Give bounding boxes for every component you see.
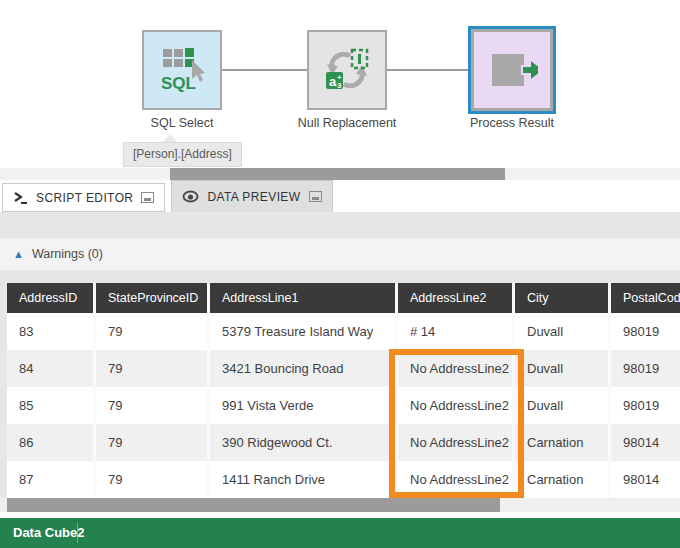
table-cell: 79 (96, 350, 210, 387)
table-cell: 98019 (611, 313, 680, 350)
node-null-replacement[interactable]: a + 3 (307, 30, 387, 110)
null-replacement-icon: a + 3 (324, 47, 370, 93)
table-cell: 87 (7, 461, 96, 498)
tab-label: DATA PREVIEW (207, 190, 300, 204)
tab-script-editor[interactable]: SCRIPT EDITOR (2, 183, 165, 212)
connector-line (386, 69, 470, 71)
table-body: 83795379 Treasure Island Way# 14Duvall98… (7, 313, 680, 498)
table-cell: 3421 Bouncing Road (210, 350, 398, 387)
table-cell: No AddressLine2 (398, 350, 515, 387)
source-table-tooltip: [Person].[Address] (123, 142, 242, 167)
column-header[interactable]: StateProvinceID (96, 283, 210, 313)
svg-text:3: 3 (337, 81, 342, 90)
svg-text:SQL: SQL (161, 74, 196, 93)
node-label-process-result: Process Result (437, 116, 587, 130)
table-cell: 79 (96, 387, 210, 424)
popout-window-icon[interactable] (309, 191, 322, 202)
table-cell: 5379 Treasure Island Way (210, 313, 398, 350)
tab-label: SCRIPT EDITOR (36, 191, 133, 205)
table-cell: 390 Ridgewood Ct. (210, 424, 398, 461)
column-header[interactable]: City (515, 283, 611, 313)
status-bar: Data Cube2 (0, 518, 680, 548)
table-horizontal-scrollbar[interactable] (0, 498, 680, 512)
process-result-icon (486, 46, 538, 94)
popout-window-icon[interactable] (141, 192, 154, 203)
node-sql-select[interactable]: SQL (142, 30, 222, 110)
warnings-toggle[interactable]: ▲ Warnings (0) (0, 238, 680, 270)
canvas-horizontal-scrollbar[interactable] (0, 168, 680, 180)
svg-text:a: a (329, 74, 337, 89)
table-cell: Duvall (515, 313, 611, 350)
table-cell: 79 (96, 461, 210, 498)
table-cell: 83 (7, 313, 96, 350)
column-header[interactable]: AddressID (7, 283, 96, 313)
scrollbar-thumb[interactable] (7, 498, 500, 512)
table-cell: 84 (7, 350, 96, 387)
table-row[interactable]: 8679390 Ridgewood Ct.No AddressLine2Carn… (7, 424, 680, 461)
data-preview-table: AddressIDStateProvinceIDAddressLine1Addr… (7, 283, 680, 498)
sql-select-icon: SQL (159, 46, 205, 94)
table-cell: 85 (7, 387, 96, 424)
bottom-panel-tabbar: SCRIPT EDITOR DATA PREVIEW (0, 180, 680, 212)
table-cell: 79 (96, 424, 210, 461)
table-header-row: AddressIDStateProvinceIDAddressLine1Addr… (7, 283, 680, 313)
scrollbar-thumb[interactable] (170, 168, 505, 180)
table-cell: Duvall (515, 387, 611, 424)
table-cell: Duvall (515, 350, 611, 387)
column-header[interactable]: AddressLine1 (210, 283, 398, 313)
table-cell: 79 (96, 313, 210, 350)
node-label-null-replacement: Null Replacement (272, 116, 422, 130)
table-row[interactable]: 8579991 Vista VerdeNo AddressLine2Duvall… (7, 387, 680, 424)
table-cell: 98014 (611, 461, 680, 498)
table-cell: Carnation (515, 461, 611, 498)
warnings-label: Warnings (0) (32, 247, 103, 261)
table-cell: Carnation (515, 424, 611, 461)
table-cell: 86 (7, 424, 96, 461)
warning-triangle-icon: ▲ (13, 249, 24, 260)
table-cell: No AddressLine2 (398, 424, 515, 461)
column-header[interactable]: AddressLine2 (398, 283, 515, 313)
table-cell: No AddressLine2 (398, 461, 515, 498)
table-cell: 98019 (611, 350, 680, 387)
script-prompt-icon (13, 191, 28, 204)
column-header[interactable]: PostalCode (611, 283, 680, 313)
table-cell: No AddressLine2 (398, 387, 515, 424)
table-row[interactable]: 87791411 Ranch DriveNo AddressLine2Carna… (7, 461, 680, 498)
status-bar-divider (77, 523, 78, 543)
data-cube-tab-label[interactable]: Data Cube2 (13, 518, 85, 548)
preview-eye-icon (182, 190, 199, 203)
workflow-canvas: SQL a + 3 (0, 0, 680, 168)
table-cell: 98019 (611, 387, 680, 424)
node-process-result[interactable] (468, 26, 556, 114)
process-result-selection-frame (471, 29, 553, 111)
table-cell: 1411 Ranch Drive (210, 461, 398, 498)
connector-line (221, 69, 308, 71)
table-cell: 991 Vista Verde (210, 387, 398, 424)
node-label-sql-select: SQL Select (107, 116, 257, 130)
data-preview-panel: ▲ Warnings (0) AddressIDStateProvinceIDA… (0, 212, 680, 512)
table-row[interactable]: 84793421 Bouncing RoadNo AddressLine2Duv… (7, 350, 680, 387)
table-row[interactable]: 83795379 Treasure Island Way# 14Duvall98… (7, 313, 680, 350)
tab-data-preview[interactable]: DATA PREVIEW (171, 180, 332, 212)
table-cell: # 14 (398, 313, 515, 350)
table-cell: 98014 (611, 424, 680, 461)
